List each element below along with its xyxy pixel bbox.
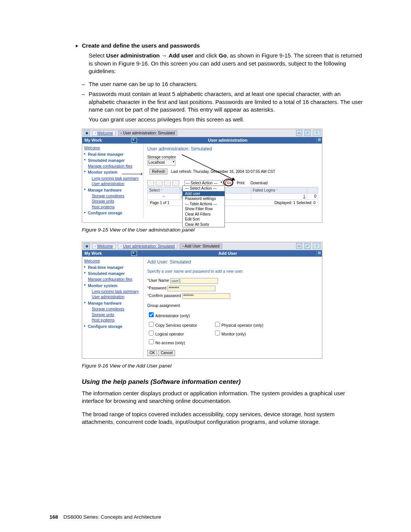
nav-simulated-manager[interactable]: Simulated manager [84, 271, 141, 276]
figure-caption: Figure 9-15 View of the User administrat… [82, 227, 365, 233]
ok-button[interactable]: OK [147, 350, 157, 356]
menu-header: --- Select Action --- [183, 186, 225, 191]
action-dropdown-menu: --- Select Action --- Add user Password … [182, 185, 225, 227]
nav-manage-config-files[interactable]: Manage configuration files [84, 164, 141, 169]
list-item: Passwords must contain at least 5 alphab… [82, 90, 365, 113]
tab-welcome[interactable]: ▫ Welcome [92, 243, 116, 249]
nav-realtime-manager[interactable]: Real-time manager [84, 265, 141, 270]
app-icon: ▣ [84, 130, 90, 136]
paragraph: The broad range of topics covered includ… [82, 411, 365, 426]
nav-long-running-task-summary[interactable]: Long running task summary [84, 176, 141, 181]
group-assignment-label: Group assignment [147, 303, 318, 308]
cancel-button[interactable]: Cancel [158, 350, 175, 356]
tab-add-user[interactable]: ▪ Add User: Simulated [180, 243, 222, 249]
table-row[interactable]: ○ adm 1 0 [148, 193, 318, 200]
last-refresh-text: Last refresh: Thursday, December 16, 200… [171, 169, 275, 174]
page-footer: 168DS6000 Series: Concepts and Architect… [49, 514, 161, 521]
nav-tree: Welcome Real-time manager Simulated mana… [82, 257, 143, 358]
users-table: Select User ser Groups Failed Logins ○ a… [147, 187, 318, 200]
close-icon[interactable]: ⊠ [316, 137, 322, 144]
confirm-password-field[interactable]: ******* [182, 293, 230, 299]
close-icon[interactable]: ⊠ [316, 250, 322, 257]
toolbar-icon-2[interactable] [156, 180, 162, 186]
copy-services-checkbox[interactable] [149, 322, 154, 327]
download-link[interactable]: Download [251, 181, 268, 186]
nav-welcome[interactable]: Welcome [84, 145, 141, 151]
admin-checkbox[interactable] [149, 312, 154, 317]
section-heading: Create and define the users and password… [82, 42, 365, 50]
content-title: User administration: Simulated [147, 146, 318, 152]
col-select[interactable]: Select [148, 187, 180, 193]
nav-realtime-manager[interactable]: Real-time manager [84, 152, 141, 157]
tab-user-admin[interactable]: ▫ User administration: Simulated [118, 243, 178, 249]
figure-9-15: ▣ ▫ Welcome ▪ User administration: Simul… [82, 129, 365, 223]
nav-tree: Welcome Real-time manager Simulated mana… [82, 144, 143, 218]
my-work-header: My Work [82, 250, 139, 257]
shrink-icon[interactable]: ⤢ [304, 243, 311, 249]
window-icon[interactable]: ▭ [296, 130, 302, 136]
figure-9-16: ▣ ▫ Welcome ▫ User administration: Simul… [82, 242, 365, 358]
user-name-field[interactable]: user1 [170, 278, 218, 284]
panel-title: User administration [139, 137, 316, 144]
window-icon[interactable]: ▭ [296, 243, 302, 249]
confirm-password-label: Confirm password [149, 293, 181, 298]
menu-clear-all-sorts[interactable]: Clear All Sorts [183, 222, 225, 227]
nav-storage-complexes[interactable]: Storage complexes [84, 307, 141, 312]
nav-configure-storage[interactable]: Configure storage [84, 324, 141, 329]
menu-edit-sort[interactable]: Edit Sort [183, 217, 225, 222]
tab-user-admin[interactable]: ▪ User administration: Simulated [118, 130, 178, 136]
menu-header-2: --- Table Actions --- [183, 201, 225, 207]
shrink-icon[interactable]: ⤢ [304, 130, 311, 136]
nav-host-systems[interactable]: Host systems [84, 204, 141, 210]
monitor-checkbox[interactable] [215, 331, 220, 335]
action-select[interactable]: --- Select Action --- [185, 180, 223, 186]
tab-welcome[interactable]: ▫ Welcome [92, 130, 116, 136]
app-icon: ▣ [84, 243, 90, 249]
help-icon[interactable]: ? [313, 243, 320, 249]
table-footer: Page 1 of 1Displayed: 1 Selected: 0 [147, 200, 318, 206]
storage-complex-select[interactable]: Localhost [147, 160, 175, 166]
nav-simulated-manager[interactable]: Simulated manager [84, 158, 141, 163]
password-field[interactable]: ******* [167, 286, 215, 291]
nav-monitor-system[interactable]: Monitor system [84, 169, 141, 175]
storage-complex-label: Storage complex [147, 155, 318, 160]
paragraph: You can grant user access privileges fro… [89, 116, 365, 123]
menu-clear-all-filters[interactable]: Clear All Filters [183, 212, 225, 217]
nav-user-administration[interactable]: User administration [84, 181, 141, 187]
nav-manage-config-files[interactable]: Manage configuration files [84, 277, 141, 282]
print-link[interactable]: Print [237, 181, 245, 186]
subsection-heading: Using the help panels (Software informat… [82, 378, 365, 387]
panel-title: Add User [139, 250, 316, 257]
nav-long-running-task-summary[interactable]: Long running task summary [84, 289, 141, 294]
menu-password-settings[interactable]: Password settings [183, 196, 225, 201]
collapse-icon[interactable] [131, 138, 137, 143]
nav-storage-units[interactable]: Storage units [84, 312, 141, 318]
refresh-button[interactable]: Refresh [150, 169, 167, 175]
nav-manage-hardware[interactable]: Manage hardware [84, 300, 141, 306]
nav-manage-hardware[interactable]: Manage hardware [84, 187, 141, 193]
paragraph: The information center displays product … [82, 390, 365, 405]
nav-storage-units[interactable]: Storage units [84, 199, 141, 204]
nav-configure-storage[interactable]: Configure storage [84, 210, 141, 216]
logical-operator-checkbox[interactable] [149, 331, 154, 335]
list-item: The user name can be up to 16 characters… [82, 80, 365, 88]
figure-caption: Figure 9-16 View of the Add User panel [82, 363, 365, 369]
collapse-icon[interactable] [131, 251, 137, 256]
physical-operator-checkbox[interactable] [215, 322, 220, 327]
help-icon[interactable]: ? [313, 130, 320, 136]
nav-storage-complexes[interactable]: Storage complexes [84, 193, 141, 199]
nav-welcome[interactable]: Welcome [84, 259, 141, 264]
nav-monitor-system[interactable]: Monitor system [84, 283, 141, 288]
content-title: Add User: Simulated [147, 259, 318, 265]
toolbar-icon-3[interactable] [164, 180, 171, 186]
no-access-checkbox[interactable] [149, 339, 154, 344]
menu-show-filter-row[interactable]: Show Filter Row [183, 206, 225, 212]
my-work-header: My Work [82, 137, 139, 144]
menu-add-user[interactable]: Add user [183, 191, 225, 197]
toolbar-icon-1[interactable] [147, 180, 154, 186]
col-failed[interactable]: Failed Logins [251, 187, 307, 193]
user-name-label: User Name [149, 278, 169, 283]
nav-host-systems[interactable]: Host systems [84, 318, 141, 323]
toolbar-icon-4[interactable] [172, 180, 179, 186]
nav-user-administration[interactable]: User administration [84, 294, 141, 300]
